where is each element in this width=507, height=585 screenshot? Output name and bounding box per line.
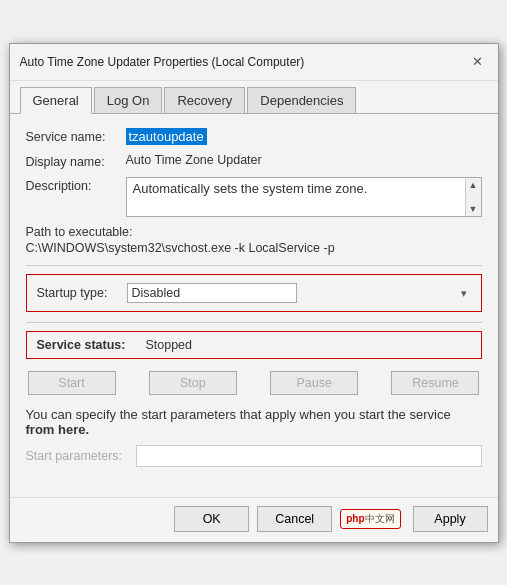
description-box[interactable]: Automatically sets the system time zone.…	[126, 177, 482, 217]
display-name-row: Display name: Auto Time Zone Updater	[26, 153, 482, 169]
params-text-line2: from here.	[26, 422, 90, 437]
apply-button[interactable]: Apply	[413, 506, 488, 532]
path-value: C:\WINDOWS\system32\svchost.exe -k Local…	[26, 241, 482, 255]
description-scrollbar[interactable]: ▲ ▼	[465, 178, 481, 216]
startup-label: Startup type:	[37, 286, 127, 300]
service-buttons: Start Stop Pause Resume	[26, 371, 482, 395]
description-row: Description: Automatically sets the syst…	[26, 177, 482, 217]
pause-button[interactable]: Pause	[270, 371, 358, 395]
tab-recovery[interactable]: Recovery	[164, 87, 245, 113]
params-description: You can specify the start parameters tha…	[26, 407, 482, 437]
properties-window: Auto Time Zone Updater Properties (Local…	[9, 43, 499, 543]
tab-general[interactable]: General	[20, 87, 92, 114]
watermark-suffix: 中文网	[365, 513, 395, 524]
start-button[interactable]: Start	[28, 371, 116, 395]
description-value: Automatically sets the system time zone.	[133, 181, 457, 196]
description-label: Description:	[26, 177, 126, 193]
display-name-label: Display name:	[26, 153, 126, 169]
startup-select-wrapper: Disabled Automatic Automatic (Delayed St…	[127, 283, 471, 303]
ok-button[interactable]: OK	[174, 506, 249, 532]
params-input[interactable]	[136, 445, 482, 467]
status-label: Service status:	[37, 338, 126, 352]
window-title: Auto Time Zone Updater Properties (Local…	[20, 55, 305, 69]
status-value: Stopped	[145, 338, 192, 352]
service-name-highlight: tzautoupdate	[126, 128, 207, 145]
watermark-text: php	[346, 513, 364, 524]
bottom-buttons: OK Cancel php中文网 Apply	[10, 497, 498, 542]
content-area: Service name: tzautoupdate Display name:…	[10, 114, 498, 497]
scroll-down-icon[interactable]: ▼	[466, 202, 481, 216]
params-row: Start parameters:	[26, 445, 482, 467]
close-button[interactable]: ✕	[468, 52, 488, 72]
startup-section: Startup type: Disabled Automatic Automat…	[26, 274, 482, 312]
service-name-row: Service name: tzautoupdate	[26, 128, 482, 145]
close-icon: ✕	[472, 54, 483, 69]
tab-logon[interactable]: Log On	[94, 87, 163, 113]
status-section: Service status: Stopped	[26, 331, 482, 359]
title-bar: Auto Time Zone Updater Properties (Local…	[10, 44, 498, 81]
display-name-value: Auto Time Zone Updater	[126, 153, 482, 167]
params-input-label: Start parameters:	[26, 449, 136, 463]
service-name-value: tzautoupdate	[126, 128, 482, 145]
tab-bar: General Log On Recovery Dependencies	[10, 81, 498, 114]
startup-select[interactable]: Disabled Automatic Automatic (Delayed St…	[127, 283, 297, 303]
path-label: Path to executable:	[26, 225, 482, 239]
path-section: Path to executable: C:\WINDOWS\system32\…	[26, 225, 482, 255]
tab-dependencies[interactable]: Dependencies	[247, 87, 356, 113]
separator-1	[26, 265, 482, 266]
watermark: php中文网	[340, 509, 400, 529]
scroll-up-icon[interactable]: ▲	[466, 178, 481, 192]
cancel-button[interactable]: Cancel	[257, 506, 332, 532]
params-text-line1: You can specify the start parameters tha…	[26, 407, 451, 422]
stop-button[interactable]: Stop	[149, 371, 237, 395]
service-name-label: Service name:	[26, 128, 126, 144]
separator-2	[26, 322, 482, 323]
resume-button[interactable]: Resume	[391, 371, 479, 395]
